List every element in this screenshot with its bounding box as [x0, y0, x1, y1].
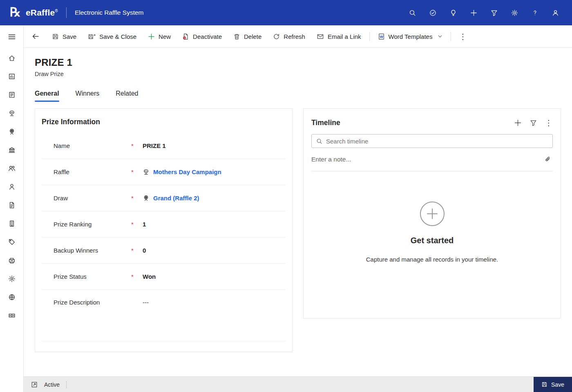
trash-icon — [233, 33, 240, 40]
sidebar-item-person[interactable] — [3, 177, 21, 196]
email-icon — [317, 33, 324, 40]
get-started-plus-icon — [419, 201, 445, 227]
required-asterisk: * — [131, 247, 143, 254]
sidebar-item-tag[interactable] — [3, 233, 21, 251]
save-and-close-label: Save & Close — [99, 33, 136, 40]
timeline-card: Timeline ⋮ — [303, 108, 561, 318]
lightbulb-icon[interactable] — [445, 4, 462, 21]
chevron-down-icon — [438, 34, 442, 39]
save-button[interactable]: Save — [47, 29, 82, 44]
sidebar-item-note[interactable] — [3, 85, 21, 104]
timeline-search-box[interactable] — [311, 134, 553, 148]
status-divider — [66, 381, 67, 388]
field-value-prize-ranking[interactable]: 1 — [143, 221, 146, 228]
field-row-prize-ranking: Prize Ranking * 1 — [42, 211, 286, 237]
record-header: PRIZE 1 Draw Prize — [35, 57, 561, 77]
save-and-close-button[interactable]: Save & Close — [83, 29, 142, 44]
check-circle-icon[interactable] — [424, 4, 441, 21]
brand-text: eRaffle — [26, 8, 55, 17]
delete-label: Delete — [244, 33, 261, 40]
refresh-button[interactable]: Refresh — [268, 29, 311, 44]
word-templates-button[interactable]: W Word Templates — [373, 29, 448, 44]
save-icon — [52, 33, 59, 40]
field-label-draw: Draw — [42, 195, 131, 202]
delete-button[interactable]: Delete — [228, 29, 267, 44]
sidebar-item-people[interactable] — [3, 159, 21, 177]
refresh-icon — [273, 33, 280, 40]
tab-related[interactable]: Related — [116, 86, 138, 102]
email-a-link-button[interactable]: Email a Link — [311, 29, 366, 44]
required-asterisk: * — [131, 168, 143, 175]
required-asterisk: * — [131, 142, 143, 149]
new-button[interactable]: New — [143, 29, 176, 44]
sidebar-item-gear[interactable] — [3, 269, 21, 288]
field-value-name[interactable]: PRIZE 1 — [143, 142, 166, 149]
back-button[interactable] — [27, 28, 44, 45]
timeline-filter-icon[interactable] — [525, 116, 541, 129]
paperclip-icon[interactable] — [543, 155, 553, 164]
record-status-badge: Active — [44, 381, 60, 388]
settings-icon[interactable] — [506, 4, 523, 21]
note-input[interactable] — [311, 156, 543, 163]
ferris-wheel-icon — [143, 195, 150, 202]
sidebar-item-money[interactable] — [3, 306, 21, 325]
brand-name: eRaffle® — [26, 8, 58, 18]
timeline-more-icon[interactable]: ⋮ — [541, 116, 556, 129]
expand-form-icon[interactable] — [31, 381, 38, 388]
page-title: PRIZE 1 — [35, 57, 561, 68]
account-icon[interactable] — [547, 4, 564, 21]
help-icon[interactable] — [526, 4, 543, 21]
field-value-raffle: Mothers Day Campaign — [143, 168, 221, 175]
hamburger-menu-button[interactable] — [0, 25, 23, 48]
sidebar-item-building[interactable] — [3, 214, 21, 233]
raffle-machine-icon — [143, 168, 150, 175]
footer-save-button[interactable]: Save — [534, 377, 572, 392]
sidebar-item-ferris-wheel[interactable] — [3, 122, 21, 141]
field-label-prize-status: Prize Status — [42, 273, 131, 280]
sidebar-item-chart-board[interactable] — [3, 67, 21, 85]
add-icon[interactable] — [465, 4, 482, 21]
sidebar-item-bank[interactable] — [3, 141, 21, 159]
tab-general[interactable]: General — [35, 86, 59, 102]
field-value-backup-winners[interactable]: 0 — [143, 247, 146, 254]
plus-icon — [148, 33, 155, 40]
sidebar-item-raffle-machine[interactable] — [3, 104, 21, 122]
command-divider — [451, 32, 451, 41]
draw-lookup-link[interactable]: Grand (Raffle 2) — [153, 195, 199, 202]
filter-icon[interactable] — [485, 4, 503, 21]
save-and-close-icon — [88, 33, 96, 40]
raffle-lookup-link[interactable]: Mothers Day Campaign — [153, 168, 221, 175]
deactivate-label: Deactivate — [193, 33, 222, 40]
tab-winners[interactable]: Winners — [76, 86, 100, 102]
field-row-name: Name * PRIZE 1 — [42, 133, 286, 159]
required-asterisk: * — [131, 221, 143, 228]
field-value-prize-status[interactable]: Won — [143, 273, 156, 280]
field-row-prize-description: Prize Description --- — [42, 290, 286, 341]
field-label-raffle: Raffle — [42, 168, 131, 175]
prize-information-card: Prize Information Name * PRIZE 1 Raffle … — [35, 108, 293, 352]
command-divider — [369, 32, 370, 41]
status-left: Active — [31, 381, 67, 388]
sidebar-item-cash-register[interactable] — [3, 251, 21, 269]
word-document-icon: W — [378, 33, 385, 40]
more-commands-icon[interactable]: ⋮ — [454, 29, 471, 44]
field-label-prize-ranking: Prize Ranking — [42, 221, 131, 228]
timeline-actions: ⋮ — [510, 116, 556, 129]
new-label: New — [159, 33, 171, 40]
main-content: PRIZE 1 Draw Prize General Winners Relat… — [24, 48, 572, 376]
sidebar-item-home[interactable] — [3, 49, 21, 67]
deactivate-button[interactable]: Deactivate — [177, 29, 227, 44]
brand-area: ℞ eRaffle® Electronic Raffle System — [10, 7, 143, 19]
required-asterisk: * — [131, 273, 143, 280]
required-asterisk: * — [131, 195, 143, 202]
get-started-title: Get started — [411, 236, 454, 245]
sidebar-item-globe[interactable] — [3, 288, 21, 306]
timeline-search-input[interactable] — [326, 138, 548, 145]
save-label: Save — [63, 33, 76, 40]
field-value-prize-description[interactable]: --- — [143, 299, 149, 306]
timeline-title: Timeline — [311, 119, 340, 127]
search-icon[interactable] — [404, 4, 421, 21]
timeline-add-icon[interactable] — [510, 116, 525, 129]
sidebar-item-invoice[interactable] — [3, 196, 21, 214]
entity-type-label: Draw Prize — [35, 71, 561, 77]
